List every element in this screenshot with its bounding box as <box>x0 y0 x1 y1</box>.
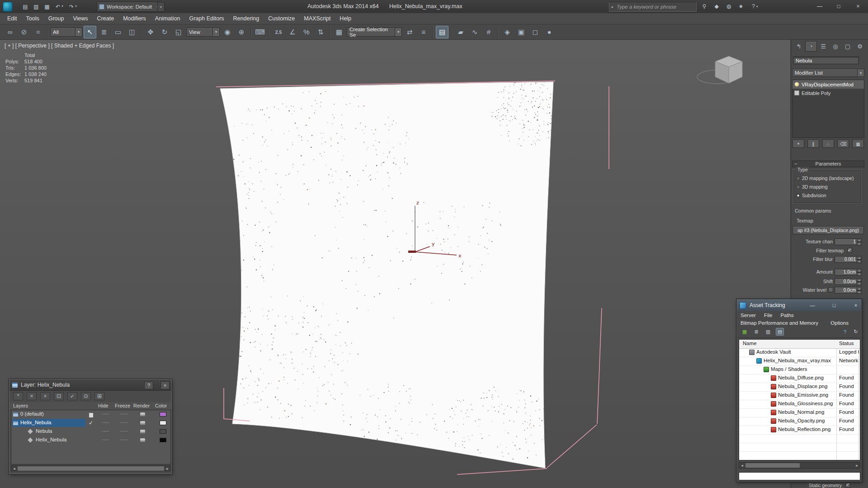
object-row-helix-nebula[interactable]: Helix_Nebula ---- ---- <box>11 436 170 445</box>
scrollbar-thumb[interactable] <box>18 466 164 471</box>
edit-named-selection-sets-icon[interactable]: ▦ <box>333 26 345 38</box>
static-geometry-checkbox[interactable] <box>845 483 850 488</box>
rectangular-selection-region-icon[interactable]: ▭ <box>112 26 124 38</box>
radio-2d-mapping[interactable]: 2D mapping (landscape) <box>796 175 854 181</box>
bind-to-space-warp-icon[interactable]: ≈ <box>32 26 44 38</box>
layer-row-default[interactable]: 0 (default) ---- ---- <box>11 410 170 419</box>
menu-create[interactable]: Create <box>93 13 119 24</box>
asset-help-icon[interactable]: ? <box>841 328 849 336</box>
select-and-link-icon[interactable]: ∞ <box>4 26 16 38</box>
gizmo-origin[interactable] <box>408 251 416 253</box>
use-pivot-center-icon[interactable]: ◉ <box>221 26 234 38</box>
asset-horizontal-scrollbar[interactable]: ◂ ▸ <box>739 462 860 469</box>
keyboard-override-icon[interactable]: ⌨ <box>254 26 266 38</box>
menu-modifiers[interactable]: Modifiers <box>118 13 151 24</box>
select-by-name-icon[interactable]: ≣ <box>98 26 110 38</box>
filter-blur-spinner[interactable]: ▴▾ <box>857 256 862 263</box>
reference-coordinate-dropdown[interactable]: View ▾ <box>186 28 220 37</box>
remove-modifier-icon[interactable]: ⌫ <box>837 140 849 148</box>
workspace-dropdown[interactable]: Workspace: Default ▾ <box>97 2 161 12</box>
select-and-rotate-icon[interactable]: ↻ <box>158 26 171 38</box>
layer-color-swatch[interactable] <box>160 429 166 434</box>
menu-customize[interactable]: Customize <box>264 13 299 24</box>
favorites-star-icon[interactable]: ★ <box>736 2 746 11</box>
renderable-icon[interactable] <box>140 438 145 442</box>
layer-row-helix-nebula[interactable]: Helix_Nebula ✓ ---- ---- <box>11 419 170 427</box>
radio-subdivision[interactable]: Subdivision <box>796 193 826 198</box>
list-view-icon[interactable]: ≣ <box>752 328 760 336</box>
menu-group[interactable]: Group <box>44 13 69 24</box>
subscription-center-icon[interactable]: ◆ <box>712 2 722 11</box>
snaps-toggle-icon[interactable]: 2.5 <box>272 26 285 38</box>
texture-channel-field[interactable]: 1 <box>835 238 858 245</box>
menu-graph-editors[interactable]: Graph Editors <box>184 13 228 24</box>
undo-dropdown-icon[interactable]: ▾ <box>61 4 66 9</box>
freeze-cell[interactable]: ---- <box>117 420 132 425</box>
menu-options[interactable]: Options <box>830 320 849 326</box>
menu-server[interactable]: Server <box>741 313 756 318</box>
graphite-ribbon-icon[interactable]: ▰ <box>454 26 467 38</box>
close-button[interactable]: × <box>849 0 867 12</box>
modifier-editable-poly[interactable]: Editable Poly <box>793 89 864 97</box>
renderable-icon[interactable] <box>140 421 145 425</box>
menu-paths[interactable]: Paths <box>780 313 793 318</box>
spinner-snap-icon[interactable]: ⇅ <box>314 26 327 38</box>
render-production-icon[interactable]: ● <box>543 26 556 38</box>
menu-tools[interactable]: Tools <box>22 13 44 24</box>
asset-row-max-file[interactable]: Helix_Nebula_max_vray.max Network P <box>739 357 860 366</box>
tab-hierarchy[interactable]: ☰ <box>817 41 829 52</box>
vault-report-icon[interactable]: ▦ <box>741 328 749 336</box>
layer-color-swatch[interactable] <box>160 421 166 425</box>
asset-row-vault[interactable]: Autodesk Vault Logged Ou <box>739 348 860 357</box>
undo-icon[interactable]: ↶ <box>53 2 62 11</box>
asset-row-opacity[interactable]: Nebula_Opacity.png Found <box>739 417 860 426</box>
menu-edit[interactable]: Edit <box>3 13 22 24</box>
angle-snap-icon[interactable]: ∠ <box>286 26 299 38</box>
hide-cell[interactable]: ---- <box>98 411 113 416</box>
search-go-icon[interactable]: ▸ <box>609 5 616 9</box>
rendered-frame-window-icon[interactable]: ◻ <box>529 26 542 38</box>
unlink-selection-icon[interactable]: ⊘ <box>18 26 30 38</box>
rollout-collapse-icon[interactable]: − <box>794 161 797 167</box>
curve-editor-icon[interactable]: ∿ <box>468 26 481 38</box>
mirror-icon[interactable]: ⇄ <box>403 26 416 38</box>
hide-cell[interactable]: ---- <box>98 420 113 425</box>
asset-close-button[interactable]: × <box>851 301 861 309</box>
hide-cell[interactable]: ---- <box>98 428 113 433</box>
radio-3d-mapping[interactable]: 3D mapping <box>796 184 828 190</box>
communication-center-icon[interactable]: ◍ <box>724 2 734 11</box>
selection-filter-dropdown[interactable]: All ▾ <box>50 28 82 37</box>
asset-row-glossiness[interactable]: Nebula_Glossiness.png Found <box>739 400 860 409</box>
minimize-button[interactable]: — <box>811 0 828 12</box>
asset-row-maps-shaders[interactable]: Maps / Shaders <box>739 365 860 374</box>
tab-utilities[interactable]: ⚙ <box>854 41 866 52</box>
percent-snap-icon[interactable]: % <box>300 26 313 38</box>
delete-layer-icon[interactable]: × <box>27 392 37 400</box>
renderable-icon[interactable] <box>140 430 145 433</box>
water-level-spinner[interactable]: ▴▾ <box>857 287 862 294</box>
highlight-layer-icon[interactable]: ⊞ <box>94 392 104 400</box>
schematic-view-icon[interactable]: # <box>482 26 495 38</box>
help-menu-button[interactable]: ? ▾ <box>748 2 762 11</box>
layer-help-button[interactable]: ? <box>144 381 153 389</box>
layer-horizontal-scrollbar[interactable]: ◂ ▸ <box>11 465 171 471</box>
show-end-result-icon[interactable]: ∥ <box>807 140 819 148</box>
select-and-scale-icon[interactable]: ◱ <box>172 26 185 38</box>
displaced-plane-object[interactable] <box>220 82 553 468</box>
asset-minimize-button[interactable]: — <box>807 301 817 309</box>
tab-motion[interactable]: ◎ <box>830 41 841 52</box>
redo-icon[interactable]: ↷ <box>67 2 76 11</box>
menu-maxscript[interactable]: MAXScript <box>299 13 335 24</box>
tab-modify[interactable]: ◔ <box>805 41 817 52</box>
asset-maximize-button[interactable]: □ <box>829 301 839 309</box>
new-scene-icon[interactable]: ▤ <box>21 2 30 11</box>
hide-cell[interactable]: ---- <box>98 437 113 442</box>
tab-create[interactable]: ↰ <box>793 41 805 52</box>
menu-file[interactable]: File <box>764 313 773 318</box>
asset-row-normal[interactable]: Nebula_Normal.png Found <box>739 408 860 417</box>
menu-bitmap-performance[interactable]: Bitmap Performance and Memory <box>741 320 818 326</box>
asset-row-displace[interactable]: Nebula_Displace.png Found <box>739 383 860 392</box>
scroll-right-icon[interactable]: ▸ <box>854 463 860 468</box>
open-file-icon[interactable]: ▧ <box>32 2 41 11</box>
shift-spinner[interactable]: ▴▾ <box>857 278 862 285</box>
